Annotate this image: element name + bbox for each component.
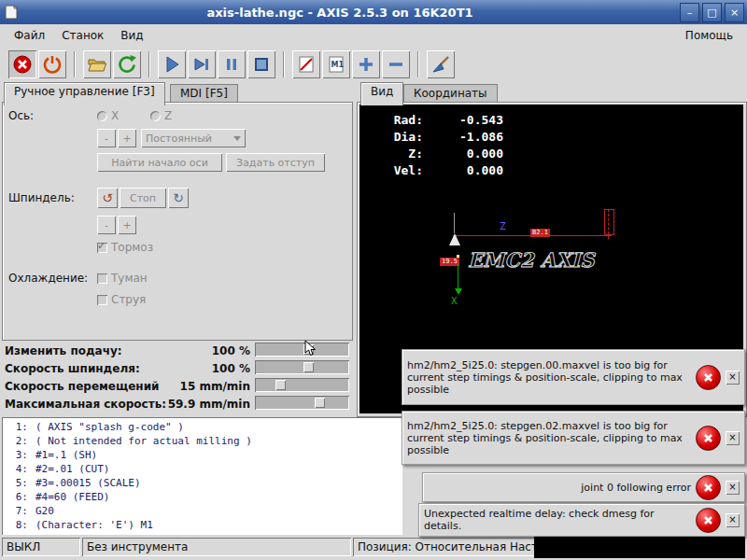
- dro-value: -0.543: [423, 112, 503, 129]
- feed-override-slider[interactable]: [255, 343, 349, 357]
- step-button[interactable]: [188, 50, 216, 78]
- spindle-stop-button[interactable]: Стоп: [120, 188, 166, 208]
- zoom-in-icon: [356, 54, 376, 75]
- jog-minus-button[interactable]: -: [97, 129, 116, 147]
- x-icon: [703, 483, 713, 493]
- spindle-faster-button[interactable]: +: [118, 216, 136, 234]
- error-dismiss-button[interactable]: [696, 365, 721, 390]
- power-icon: [42, 54, 63, 75]
- machine-power-button[interactable]: [38, 50, 66, 78]
- zoom-out-button[interactable]: [382, 50, 410, 78]
- gcode-line-number: 7:: [4, 504, 28, 518]
- broom-icon: [430, 54, 451, 75]
- origin-dot: [457, 255, 459, 258]
- popup-close-button[interactable]: ×: [726, 481, 740, 495]
- spindle-cw-button[interactable]: ↻: [168, 188, 189, 208]
- close-button[interactable]: ×: [725, 3, 744, 22]
- titlebar[interactable]: axis-lathe.ngc - AXIS 2.5.3 on 16K20T1 –…: [0, 0, 747, 24]
- gcode-line-number: 3:: [4, 448, 28, 462]
- error-dismiss-button[interactable]: [696, 508, 721, 533]
- axis-x-radio[interactable]: [97, 111, 107, 121]
- spindle-ccw-button[interactable]: ↺: [97, 188, 118, 208]
- gcode-line: 1:( AXIS "splash g-code" ): [4, 420, 401, 434]
- gcode-line: 2:( Not intended for actual milling ): [4, 434, 401, 448]
- set-offset-button[interactable]: Задать отступ: [226, 153, 325, 172]
- jog-mode-dropdown[interactable]: Постоянный: [141, 129, 246, 147]
- gcode-listing[interactable]: 1:( AXIS "splash g-code" ) 2:( Not inten…: [2, 417, 402, 535]
- dro-label: Vel:: [380, 162, 423, 179]
- clear-plot-button[interactable]: [427, 50, 455, 78]
- slider-handle[interactable]: [303, 362, 314, 372]
- gcode-line: 6:#4=60 (FEED): [4, 490, 401, 504]
- toolbar-separator: [74, 51, 76, 77]
- block-delete-toggle[interactable]: [292, 50, 320, 78]
- x-axis-line: [458, 263, 458, 289]
- dimension-marker-vertical: [604, 209, 614, 235]
- error-text: hm2/hm2_5i25.0: stepgen.02.maxvel is too…: [407, 420, 691, 456]
- spindle-override-slider[interactable]: [255, 360, 349, 374]
- mist-checkbox[interactable]: [97, 273, 107, 284]
- flood-checkbox[interactable]: [97, 295, 107, 305]
- reload-button[interactable]: [113, 50, 141, 78]
- menu-file[interactable]: Файл: [6, 27, 53, 44]
- stop-button[interactable]: [247, 50, 275, 78]
- gcode-line-number: 5:: [4, 476, 28, 490]
- spindle-override-label: Скорость шпинделя:: [5, 362, 140, 375]
- slider-handle[interactable]: [275, 380, 286, 390]
- home-axis-button[interactable]: Найти начало оси: [97, 153, 222, 172]
- mist-label: Туман: [111, 272, 148, 285]
- menu-machine[interactable]: Станок: [53, 27, 112, 44]
- preview-logo-text: EMC2 AXIS: [468, 248, 596, 272]
- popup-close-button[interactable]: ×: [726, 371, 740, 385]
- dro-readout: Rad:-0.543 Dia:-1.086 Z:0.000 Vel:0.000: [380, 112, 503, 179]
- estop-icon: [12, 54, 33, 75]
- axis-z-radio[interactable]: [150, 111, 161, 121]
- dro-row: Z:0.000: [380, 146, 503, 162]
- gcode-line-number: 2:: [4, 434, 28, 448]
- axis-label: Ось:: [8, 109, 34, 122]
- flood-label: Струя: [111, 293, 146, 306]
- dro-value: 0.000: [423, 162, 503, 179]
- jog-plus-button[interactable]: +: [118, 129, 136, 147]
- window-icon: [4, 5, 19, 20]
- dro-value: -1.086: [423, 129, 503, 146]
- gcode-line: 3:#1=.1 (SH): [4, 448, 401, 462]
- open-file-button[interactable]: [83, 50, 111, 78]
- axis-z-label: Z: [164, 109, 172, 122]
- error-dismiss-button[interactable]: [696, 426, 721, 451]
- maximize-button[interactable]: □: [702, 3, 722, 22]
- max-velocity-slider[interactable]: [255, 396, 349, 410]
- toolbar-separator: [417, 51, 419, 77]
- error-dismiss-button[interactable]: [696, 475, 721, 500]
- toolbar: M1: [0, 47, 747, 82]
- spindle-override-value: 100 %: [149, 362, 250, 375]
- estop-button[interactable]: [8, 50, 36, 78]
- optional-pause-toggle[interactable]: M1: [322, 50, 350, 78]
- gcode-line: 8:(Character: 'E') M1: [4, 518, 401, 532]
- slider-handle[interactable]: [315, 398, 325, 408]
- reload-icon: [117, 54, 137, 75]
- tab-manual-control[interactable]: Ручное управление [F3]: [4, 82, 165, 105]
- dro-row: Vel:0.000: [380, 162, 503, 179]
- pause-button[interactable]: [218, 50, 246, 78]
- popup-close-button[interactable]: ×: [726, 431, 740, 445]
- run-button[interactable]: [158, 50, 186, 78]
- popup-close-button[interactable]: ×: [726, 513, 740, 527]
- dro-label: Rad:: [380, 112, 423, 129]
- axis-x-label: X: [111, 109, 119, 122]
- dimension-label: 19.5: [440, 258, 459, 266]
- brake-checkbox[interactable]: [97, 243, 107, 253]
- run-icon: [162, 54, 182, 75]
- zoom-in-button[interactable]: [352, 50, 380, 78]
- menu-help[interactable]: Помощь: [677, 27, 741, 44]
- tab-preview[interactable]: Вид: [360, 82, 403, 105]
- jog-speed-slider[interactable]: [255, 378, 349, 392]
- minimize-button[interactable]: –: [680, 3, 699, 22]
- feed-override-label: Изменить подачу:: [5, 344, 122, 357]
- menu-view[interactable]: Вид: [112, 27, 151, 44]
- dro-row: Rad:-0.543: [380, 112, 503, 129]
- tool-marker: [449, 233, 460, 245]
- jog-speed-value: 15 mm/min: [149, 380, 250, 393]
- gcode-line-number: 4:: [4, 462, 28, 476]
- spindle-slower-button[interactable]: -: [97, 216, 116, 234]
